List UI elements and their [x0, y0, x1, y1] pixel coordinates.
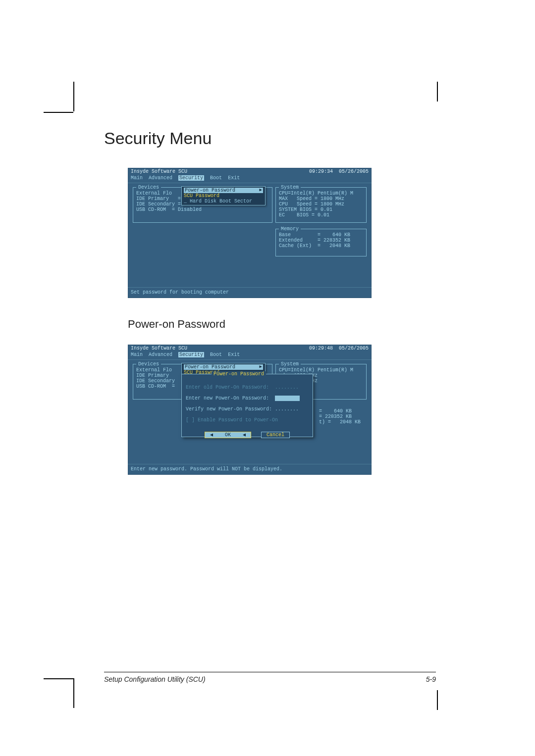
memory-legend: Memory	[279, 226, 301, 232]
crop-mark	[73, 678, 74, 708]
bios-time: 09:29:34	[309, 169, 333, 174]
devices-legend: Devices	[136, 361, 161, 367]
footer-left: Setup Configuration Utility (SCU)	[104, 675, 206, 683]
system-legend: System	[279, 361, 301, 367]
submenu-item-label: Power-on Password	[185, 188, 235, 193]
bios-date: 05/26/2005	[339, 346, 369, 351]
menu-advanced[interactable]: Advanced	[149, 175, 172, 181]
footer-page-number: 5-9	[426, 675, 436, 683]
menu-security[interactable]: Security	[178, 352, 204, 357]
submenu-item-label: Power-on Password	[185, 364, 235, 370]
ok-button-label: OK	[220, 432, 236, 438]
bios-screenshot-poweron-password: Insyde Software SCU 09:29:48 05/26/2005 …	[128, 345, 372, 475]
bios-time: 09:29:48	[309, 346, 333, 351]
bios-help-line: Set password for booting computer	[128, 287, 372, 298]
devices-legend: Devices	[136, 185, 161, 190]
submenu-poweron-password[interactable]: Power-on Password ▶	[184, 364, 263, 370]
crop-mark	[437, 690, 438, 710]
old-password-row: Enter old Power-On Password: ........	[186, 385, 299, 390]
menu-boot[interactable]: Boot	[210, 352, 222, 357]
cancel-button[interactable]: Cancel	[262, 432, 289, 438]
menu-boot[interactable]: Boot	[210, 175, 222, 181]
menu-security[interactable]: Security	[178, 175, 204, 181]
bios-help-line: Enter new password. Password will NOT be…	[128, 464, 372, 475]
bios-menu-bar: Main Advanced Security Boot Exit	[128, 175, 372, 183]
bios-title: Insyde Software SCU	[131, 169, 187, 174]
verify-password-row[interactable]: Verify new Power-On Password: ........	[186, 406, 299, 412]
submenu-scu-password[interactable]: SCU Password	[184, 193, 263, 199]
crop-mark	[44, 678, 73, 679]
submenu-hdd-boot-sector[interactable]: _ Hard Disk Boot Sector	[184, 199, 263, 204]
menu-exit[interactable]: Exit	[228, 352, 240, 357]
bios-screenshot-security-menu: Insyde Software SCU 09:29:34 05/26/2005 …	[128, 168, 372, 298]
chevron-right-icon: ▶	[260, 364, 262, 370]
bios-title: Insyde Software SCU	[131, 346, 187, 351]
chevron-right-icon: ▶	[260, 188, 262, 193]
system-panel: System CPU=Intel(R) Pentium(R) M MAX Spe…	[275, 187, 367, 223]
memory-rows: Base = 640 KB Extended = 228352 KB Cache…	[276, 229, 366, 251]
security-submenu[interactable]: Power-on Password ▶ SCU Password _ Hard …	[181, 186, 266, 205]
menu-main[interactable]: Main	[131, 175, 143, 181]
new-password-label: Enter new Power-On Password:	[186, 396, 275, 401]
menu-exit[interactable]: Exit	[228, 175, 240, 181]
submenu-item-label: Hard Disk Boot Sector	[190, 199, 252, 204]
system-legend: System	[279, 185, 301, 190]
crop-mark	[437, 82, 438, 101]
bios-date: 05/26/2005	[339, 169, 369, 174]
new-password-input[interactable]: ........	[275, 396, 300, 401]
memory-panel: Memory Base = 640 KB Extended = 228352 K…	[275, 229, 367, 256]
memory-rows-partial: = 640 KB = 228352 KB t) = 2048 KB	[319, 408, 361, 425]
ok-button[interactable]: ◀ OK ◀	[205, 432, 251, 438]
crop-mark	[44, 112, 73, 113]
bios-clock: 09:29:48 05/26/2005	[309, 346, 369, 351]
menu-main[interactable]: Main	[131, 352, 143, 357]
system-rows: CPU=Intel(R) Pentium(R) M MAX Speed = 18…	[276, 188, 366, 220]
poweron-password-dialog: Power-on Password Enter old Power-On Pas…	[181, 374, 313, 437]
bios-clock: 09:29:34 05/26/2005	[309, 169, 369, 174]
footer-rule	[104, 672, 436, 672]
menu-advanced[interactable]: Advanced	[149, 352, 172, 357]
crop-mark	[73, 82, 74, 111]
bios-menu-bar: Main Advanced Security Boot Exit	[128, 352, 372, 359]
enable-password-checkbox[interactable]: [ ] Enable Password to Power-On	[186, 417, 278, 423]
subsection-title: Power-on Password	[128, 318, 436, 331]
dialog-title: Power-on Password	[212, 371, 266, 377]
page-title: Security Menu	[104, 129, 436, 148]
submenu-poweron-password[interactable]: Power-on Password ▶	[184, 188, 263, 193]
